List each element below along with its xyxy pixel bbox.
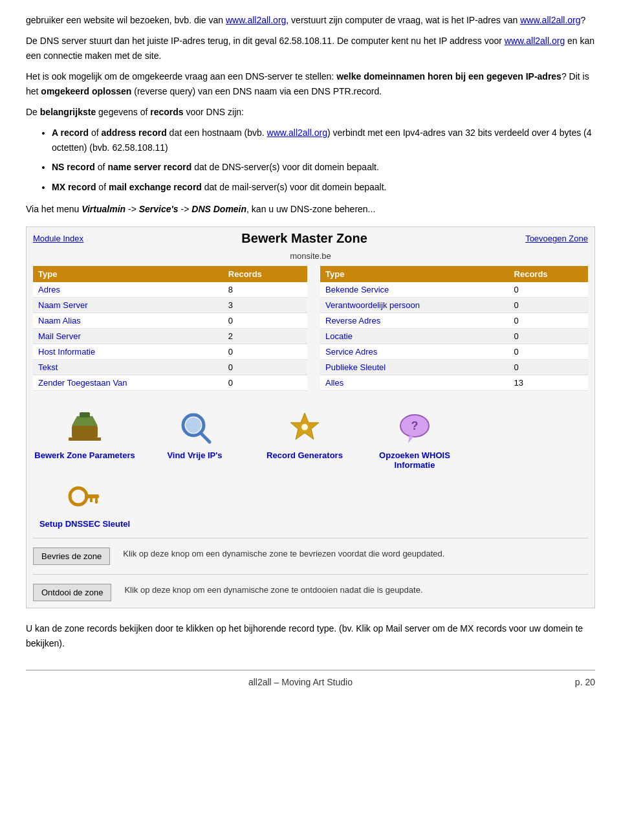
action-record-gen-label: Record Generators (267, 450, 343, 460)
bold-belangrijkste: belangrijkste (40, 107, 96, 117)
col-type-left: Type (33, 266, 223, 282)
record-count-cell: 0 (223, 344, 307, 360)
table-row: Publieke Sleutel0 (320, 360, 588, 375)
record-count-cell: 0 (223, 375, 307, 391)
link-all2all-2[interactable]: www.all2all.org (520, 15, 580, 25)
wrench-icon (62, 408, 107, 447)
bevries-button[interactable]: Bevries de zone (33, 547, 110, 565)
menu-line: Via het menu Virtualmin -> Service's -> … (26, 202, 595, 216)
svg-rect-2 (80, 412, 90, 417)
record-type-cell[interactable]: Reverse Adres (320, 313, 509, 329)
dns-records-list: A record of address record dat een hostn… (52, 126, 595, 194)
record-type-cell[interactable]: Mail Server (33, 329, 223, 344)
record-count-cell: 8 (223, 282, 307, 298)
footer-page-number: p. 20 (575, 677, 595, 687)
record-count-cell: 13 (509, 375, 588, 391)
table-row: Verantwoordelijk persoon0 (320, 298, 588, 313)
link-all2all-1[interactable]: www.all2all.org (226, 15, 286, 25)
dns-panel-header: Module Index Bewerk Master Zone Toevoege… (27, 227, 594, 250)
toevoegen-zone-link[interactable]: Toevoegen Zone (525, 234, 588, 243)
list-item-mx-record: MX record of mail exchange record dat de… (52, 180, 595, 194)
table-row: Host Informatie0 (33, 344, 307, 360)
record-type-cell[interactable]: Zender Toegestaan Van (33, 375, 223, 391)
ontdooi-button[interactable]: Ontdooi de zone (33, 584, 111, 601)
panel-title: Bewerk Master Zone (83, 231, 525, 246)
module-index-link[interactable]: Module Index (33, 234, 83, 243)
table-row: Alles13 (320, 375, 588, 391)
record-count-cell: 0 (509, 282, 588, 298)
record-count-cell: 0 (509, 329, 588, 344)
magnifier-icon (172, 408, 217, 447)
ns-record-label: NS record (52, 162, 95, 172)
record-type-cell[interactable]: Service Adres (320, 344, 509, 360)
bubble-icon: ? (392, 408, 437, 447)
record-count-cell: 3 (223, 298, 307, 313)
svg-rect-3 (69, 437, 101, 441)
table-row: Zender Toegestaan Van0 (33, 375, 307, 391)
bevries-desc: Klik op deze knop om een dynamische zone… (123, 547, 444, 560)
dns-panel: Module Index Bewerk Master Zone Toevoege… (26, 227, 595, 608)
svg-rect-13 (85, 494, 99, 498)
record-type-cell[interactable]: Locatie (320, 329, 509, 344)
svg-rect-14 (95, 498, 98, 503)
table-row: Service Adres0 (320, 344, 588, 360)
bold-domeinnamen: welke domeinnamen horen bij een gegeven … (336, 71, 561, 82)
record-type-cell[interactable]: Host Informatie (33, 344, 223, 360)
record-type-cell[interactable]: Verantwoordelijk persoon (320, 298, 509, 313)
col-records-right: Records (509, 266, 588, 282)
svg-rect-15 (90, 498, 93, 502)
intro-p3: Het is ook mogelijk om de omgekeerde vra… (26, 69, 595, 98)
col-type-right: Type (320, 266, 509, 282)
bold-records: records (150, 107, 183, 117)
record-type-cell[interactable]: Naam Alias (33, 313, 223, 329)
action-vind-vrije-label: Vind Vrije IP's (167, 450, 222, 460)
svg-line-6 (201, 433, 210, 442)
bold-omgekeerd: omgekeerd oplossen (41, 86, 131, 96)
table-row: Adres8 (33, 282, 307, 298)
action-record-gen[interactable]: Record Generators (253, 408, 356, 470)
svg-text:?: ? (411, 419, 419, 432)
ontdooi-desc: Klik op deze knop om een dynamische zone… (124, 584, 422, 597)
intro-p4: De belangrijkste gegevens of records voo… (26, 105, 595, 119)
list-item-ns-record: NS record of name server record dat de D… (52, 160, 595, 174)
table-row: Naam Alias0 (33, 313, 307, 329)
record-count-cell: 0 (223, 360, 307, 375)
table-row: Bekende Service0 (320, 282, 588, 298)
buttons-row-2: Ontdooi de zone Klik op deze knop om een… (27, 577, 594, 608)
records-tables-wrapper: Type Records Adres8Naam Server3Naam Alia… (33, 266, 588, 391)
records-table-right: Type Records Bekende Service0Verantwoord… (320, 266, 588, 391)
list-item-a-record: A record of address record dat een hostn… (52, 126, 595, 155)
action-bewerk-zone[interactable]: Bewerk Zone Parameters (33, 408, 136, 470)
address-record-label: address record (102, 127, 167, 138)
action-vind-vrije[interactable]: Vind Vrije IP's (143, 408, 246, 470)
record-type-cell[interactable]: Alles (320, 375, 509, 391)
menu-dns-domein: DNS Domein (191, 204, 246, 214)
menu-virtualmin: Virtualmin (82, 204, 125, 214)
svg-point-12 (70, 488, 87, 505)
key-icon (62, 476, 107, 515)
link-all2all-3[interactable]: www.all2all.org (505, 36, 565, 46)
mx-record-label: MX record (52, 182, 96, 192)
record-count-cell: 0 (509, 344, 588, 360)
divider-2 (33, 574, 588, 575)
menu-services: Service's (139, 204, 179, 214)
link-all2all-4[interactable]: www.all2all.org (267, 127, 327, 138)
record-count-cell: 0 (509, 298, 588, 313)
record-type-cell[interactable]: Publieke Sleutel (320, 360, 509, 375)
record-type-cell[interactable]: Naam Server (33, 298, 223, 313)
mail-exchange-record-label: mail exchange record (109, 182, 202, 192)
table-row: Tekst0 (33, 360, 307, 375)
name-server-record-label: name server record (107, 162, 191, 172)
table-row: Mail Server2 (33, 329, 307, 344)
record-type-cell[interactable]: Adres (33, 282, 223, 298)
records-table-left: Type Records Adres8Naam Server3Naam Alia… (33, 266, 307, 391)
svg-marker-1 (72, 416, 98, 426)
action-whois[interactable]: ? Opzoeken WHOIS Informatie (363, 408, 466, 470)
action-dnssec[interactable]: Setup DNSSEC Sleutel (33, 476, 136, 529)
record-count-cell: 2 (223, 329, 307, 344)
record-type-cell[interactable]: Bekende Service (320, 282, 509, 298)
action-icons-row: Bewerk Zone Parameters Vind Vrije IP's (27, 397, 594, 476)
action-icons-row2: Setup DNSSEC Sleutel (27, 476, 594, 535)
page-footer: all2all – Moving Art Studio p. 20 (26, 670, 595, 687)
record-type-cell[interactable]: Tekst (33, 360, 223, 375)
